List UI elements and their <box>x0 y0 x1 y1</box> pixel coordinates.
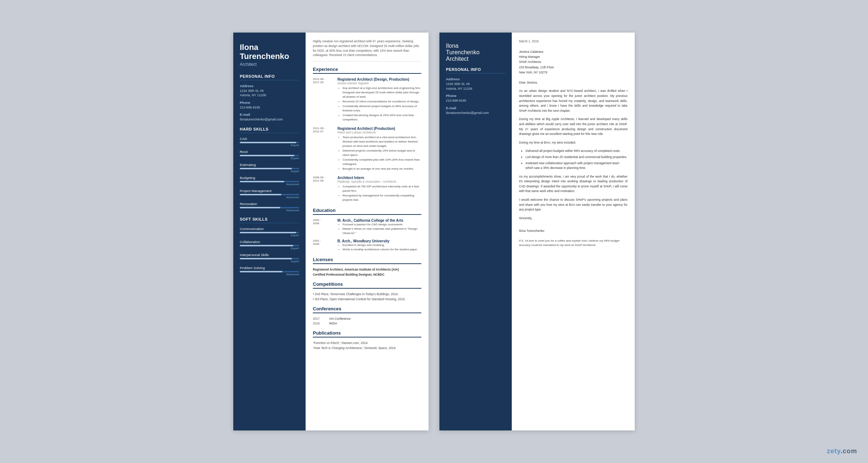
resume-intro: Highly creative AIA registered architect… <box>313 39 421 61</box>
resume-main: Highly creative AIA registered architect… <box>306 33 429 430</box>
soft-skills-heading: Soft Skills <box>240 217 299 223</box>
skill-bar-fill <box>240 181 284 182</box>
hard-skills-list: CAD Expert Revit Expert Estimating Exper… <box>240 137 299 212</box>
cl-title: Architect <box>446 56 505 62</box>
exp-content: Registered Architect (Design, Production… <box>337 77 421 122</box>
skill-name: Renovation <box>240 202 299 206</box>
address-value: 1234 35th St, #6Astoria, NY 11106 <box>240 89 299 98</box>
exp-company: Doane Daviau Giguere <box>337 81 421 85</box>
experience-entry: 2012-08 -2017-09 Registered Architect (D… <box>313 77 421 122</box>
list-item: Master's thesis on new materials was pub… <box>342 227 421 235</box>
cl-signature: Ilona Turenchenko <box>519 229 627 234</box>
skill-bar-fill <box>240 232 296 233</box>
conferences-list: 2017 AIA Conference 2016 WIDA <box>313 317 421 325</box>
skill-level: Advanced <box>240 196 299 199</box>
skill-level: Expert <box>240 170 299 173</box>
skill-level: Expert <box>240 260 299 263</box>
cover-letter-document: Ilona Turenchenko Architect Personal Inf… <box>439 33 635 430</box>
email-label: E-mail <box>240 112 299 116</box>
cl-paragraph5: As my accomplishments show, I am very pr… <box>519 174 627 194</box>
cl-recipient: Jessica CalatravaHiring ManagerSHoP Arch… <box>519 49 627 75</box>
skill-bar-fill <box>240 271 282 272</box>
list-item: Consistently delivered project budgets t… <box>342 104 421 113</box>
list-item: Led design of more than 25 residential a… <box>526 155 627 160</box>
skill-bar-bg <box>240 207 299 208</box>
skill-bar-bg <box>240 142 299 143</box>
skill-bar-bg <box>240 181 299 182</box>
cl-paragraph4-intro: During my time at BAA, my wins included. <box>519 140 627 145</box>
list-item: Wrote a monthly architecture column for … <box>342 247 421 252</box>
edu-dates: 2006 -2008 <box>313 218 335 225</box>
conference-entry: 2016 WIDA <box>313 322 421 325</box>
edu-dates: 2002 -2006 <box>313 239 335 246</box>
edu-degree: M. Arch., California College of the Arts <box>337 218 421 222</box>
license-item: Registered Architect, American Institute… <box>313 268 421 271</box>
edu-bullets: Pursued a passion for CAD design coursew… <box>337 222 421 235</box>
edu-content: M. Arch., California College of the Arts… <box>337 218 421 235</box>
cl-ps: P.S. I'd love to meet you for a coffee a… <box>519 239 627 248</box>
skill-name: Collaboration <box>240 240 299 244</box>
skill-bar-bg <box>240 168 299 169</box>
skill-bar-bg <box>240 245 299 246</box>
skill-name: Problem Solving <box>240 266 299 270</box>
exp-bullets: Key architect at a high-end architecture… <box>337 86 421 122</box>
publication-item: "How Tech is Changing Architecture," Dom… <box>313 346 421 350</box>
cl-address-label: Address <box>446 77 505 81</box>
competition-item: • 3rd Place, Open International Contest … <box>313 297 421 301</box>
licenses-section-title: Licenses <box>313 257 421 264</box>
license-item: Certified Professional Building Designer… <box>313 273 421 276</box>
list-item: Instituted new collaboration approach wi… <box>526 161 627 171</box>
cl-address-value: 1234 35th St, #6Astoria, NY 11106 <box>446 82 505 91</box>
skill-bar-fill <box>240 142 296 143</box>
skill-level: Expert <box>240 144 299 147</box>
skill-level: Expert <box>240 247 299 250</box>
skill-bar-fill <box>240 194 281 195</box>
edu-bullets: Excelled in design and modeling.Wrote a … <box>337 243 421 252</box>
skill-bar-bg <box>240 155 299 156</box>
cl-paragraph3: During my time at Big Apple Architects, … <box>519 117 627 136</box>
email-value: ilonaturenchenko@gmail.com <box>240 117 299 122</box>
exp-title: Registered Architect (Design, Production… <box>337 77 421 81</box>
soft-skills-list: Communication Expert Collaboration Exper… <box>240 227 299 276</box>
hard-skills-heading: Hard Skills <box>240 127 299 133</box>
page-container: Ilona Turenchenko Architect Personal Inf… <box>233 33 635 430</box>
cl-achievements-list: Delivered all project budgets within 99%… <box>519 149 627 170</box>
conferences-section-title: Conferences <box>313 306 421 313</box>
cl-main: March 1, 2019 Jessica CalatravaHiring Ma… <box>512 33 635 430</box>
publication-item: "Function vs Kitsch," Dezeen.com, 2014. <box>313 341 421 345</box>
skill-bar-bg <box>240 271 299 272</box>
exp-bullets: Team production architect at a mid-sized… <box>337 135 421 171</box>
edu-content: B. Arch., Woodbury University Excelled i… <box>337 239 421 252</box>
competitions-section-title: Competitions <box>313 281 421 289</box>
cl-greeting: Dear Jessica, <box>519 80 627 85</box>
cl-email-value: ilonaturenchenko@gmail.com <box>446 111 505 115</box>
skill-name: Project Management <box>240 189 299 193</box>
exp-company: Reed and Lukaas Architects <box>337 131 421 134</box>
skill-level: Advanced <box>240 209 299 212</box>
cl-date: March 1, 2019 <box>519 39 627 44</box>
skill-name: Communication <box>240 227 299 231</box>
licenses-list: Registered Architect, American Institute… <box>313 268 421 276</box>
personal-info-heading: Personal Info <box>240 74 299 80</box>
list-item: Brought in an average of one new job eve… <box>342 167 421 171</box>
phone-label: Phone <box>240 101 299 105</box>
skill-bar-fill <box>240 168 292 169</box>
skill-name: CAD <box>240 137 299 141</box>
skill-name: Interpersonal Skills <box>240 253 299 257</box>
education-section-title: Education <box>313 208 421 215</box>
skill-bar-bg <box>240 258 299 259</box>
conference-entry: 2017 AIA Conference <box>313 317 421 320</box>
skill-bar-bg <box>240 194 299 195</box>
list-item: Received 15 client commendations for exc… <box>342 99 421 104</box>
list-item: Pursued a passion for CAD design coursew… <box>342 222 421 227</box>
skill-bar-fill <box>240 155 294 156</box>
skill-level: Advanced <box>240 273 299 276</box>
phone-value: 213-698-9195 <box>240 105 299 110</box>
skill-bar-bg <box>240 232 299 233</box>
list-item: Created bid-winning designs at 20%-40% l… <box>342 113 421 122</box>
conference-year: 2016 <box>313 322 329 325</box>
skill-name: Estimating <box>240 163 299 167</box>
cl-phone-label: Phone <box>446 94 505 98</box>
exp-dates: 2008-06 -2011-08 <box>313 176 335 182</box>
conference-name: AIA Conference <box>329 317 351 320</box>
